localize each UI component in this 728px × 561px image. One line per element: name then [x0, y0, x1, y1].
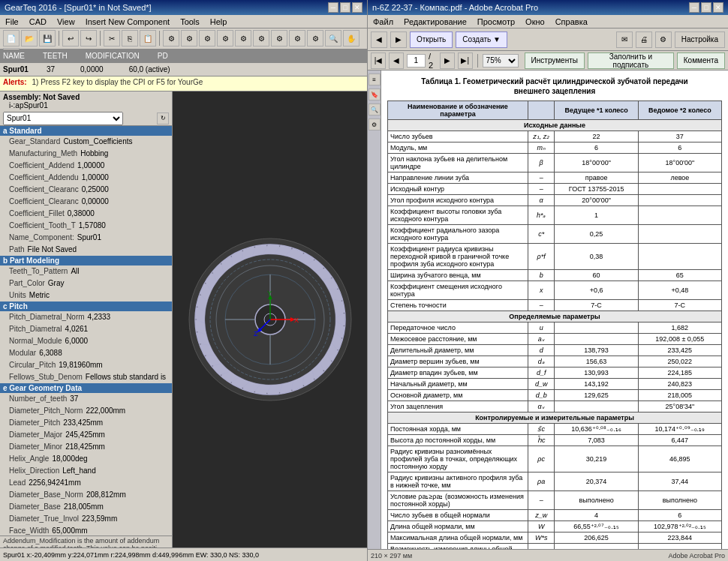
table-row: Модуль, мм mₙ 6 6: [388, 142, 722, 154]
acro-open-btn[interactable]: Открыть: [410, 32, 453, 48]
acro-mail-btn[interactable]: ✉: [616, 32, 633, 48]
tree-row[interactable]: Pitch_Diametral4,0261: [0, 323, 172, 335]
right-minimize-btn[interactable]: ─: [689, 2, 699, 13]
menu-view[interactable]: View: [55, 17, 77, 26]
menu-view-ru[interactable]: Просмотр: [475, 17, 517, 26]
tb-gear6[interactable]: ⚙: [253, 30, 269, 46]
component-dropdown[interactable]: Spur01: [3, 112, 123, 125]
tree-row[interactable]: Part_ColorGray: [0, 278, 172, 290]
right-close-btn[interactable]: ✕: [713, 2, 723, 13]
tree-row[interactable]: Pitch_Diametral_Norm4,2333: [0, 311, 172, 323]
tree-row[interactable]: Diameter_Major245,425mm: [0, 429, 172, 441]
pdf-content[interactable]: Таблица 1. Геометрический расчёт цилиндр…: [381, 70, 728, 549]
section-e-header[interactable]: e Gear Geometry Data: [0, 383, 172, 393]
tb-gear7[interactable]: ⚙: [271, 30, 287, 46]
tree-row[interactable]: Coefficient_Clearanc0,25000: [0, 184, 172, 196]
tb-redo[interactable]: ↪: [80, 30, 97, 46]
tools-btn[interactable]: Инструменты: [525, 52, 585, 69]
tree-row[interactable]: Fellows_Stub_DenomFellows stub standard …: [0, 371, 172, 383]
gear-viewport[interactable]: X Y Z: [173, 92, 367, 548]
acro-settings-btn[interactable]: ⚙: [655, 32, 672, 48]
comment-btn[interactable]: Коммента: [677, 52, 725, 69]
tb-gear4[interactable]: ⚙: [217, 30, 233, 46]
tree-row[interactable]: Diameter_Pitch_Norm222,000mm: [0, 405, 172, 417]
tree-row[interactable]: Circular_Pitch19,81960mm: [0, 359, 172, 371]
section-a-header[interactable]: a Standard: [0, 126, 172, 136]
tree-row[interactable]: Coefficient_Fillet0,38000: [0, 208, 172, 220]
section-e: Number_of_teeth37Diameter_Pitch_Norm222,…: [0, 393, 172, 536]
right-maximize-btn[interactable]: □: [701, 2, 711, 13]
table-row: Длина общей нормали, мм W 66,55⁺²·⁰⁷₋₀.₁…: [388, 521, 722, 532]
tree-row[interactable]: Manufacturing_MethHobbing: [0, 148, 172, 160]
menu-window-ru[interactable]: Окно: [523, 17, 547, 26]
tb-gear8[interactable]: ⚙: [289, 30, 305, 46]
menu-help-ru[interactable]: Справка: [553, 17, 590, 26]
menu-insert[interactable]: Insert New Component: [83, 17, 173, 26]
tree-row[interactable]: Coefficient_Tooth_T1,57080: [0, 220, 172, 232]
minimize-btn[interactable]: ─: [328, 2, 338, 13]
tree-row[interactable]: Number_of_teeth37: [0, 393, 172, 405]
next-page-btn[interactable]: ▶: [440, 52, 455, 69]
tree-refresh-btn[interactable]: ↻: [157, 112, 169, 124]
prev-page-btn[interactable]: ◀: [389, 52, 404, 69]
sign-btn[interactable]: Заполнить и подписать: [588, 52, 674, 69]
tree-row[interactable]: Name_Component:Spur01: [0, 232, 172, 244]
tb-undo[interactable]: ↩: [62, 30, 79, 46]
tb-gear3[interactable]: ⚙: [199, 30, 215, 46]
maximize-btn[interactable]: □: [340, 2, 350, 13]
acro-create-btn[interactable]: Создать ▼: [456, 32, 507, 48]
tb-new[interactable]: 📄: [3, 30, 20, 46]
tb-paste[interactable]: 📋: [140, 30, 156, 46]
acro-settings-text-btn[interactable]: Настройка: [675, 32, 725, 48]
tree-row[interactable]: Coefficient_Clearanc0,00000: [0, 196, 172, 208]
tree-row[interactable]: Diameter_Base_Norm208,812mm: [0, 489, 172, 501]
tree-row[interactable]: PathFile Not Saved: [0, 244, 172, 256]
section-b-header[interactable]: b Part Modeling: [0, 256, 172, 266]
acro-forward-btn[interactable]: ▶: [390, 32, 407, 48]
sidebar-tools-icon[interactable]: ⚙: [369, 118, 381, 130]
tree-row[interactable]: Gear_StandardCustom_Coefficients: [0, 136, 172, 148]
tree-row[interactable]: UnitsMetric: [0, 290, 172, 302]
tb-gear2[interactable]: ⚙: [181, 30, 197, 46]
sidebar-search-icon[interactable]: 🔍: [369, 104, 381, 116]
tree-row[interactable]: Helix_Angle18,000deg: [0, 453, 172, 465]
menu-file-ru[interactable]: Файл: [371, 17, 396, 26]
tb-gear9[interactable]: ⚙: [307, 30, 323, 46]
tree-row[interactable]: Coefficient_Addendu1,00000: [0, 172, 172, 184]
menu-tools[interactable]: Tools: [178, 17, 202, 26]
tree-row[interactable]: Coefficient_Addend1,00000: [0, 160, 172, 172]
tree-row[interactable]: Normal_Module6,0000: [0, 335, 172, 347]
close-btn[interactable]: ✕: [352, 2, 362, 13]
zoom-select[interactable]: 75%50%100%125%: [483, 54, 519, 68]
acro-print-btn[interactable]: 🖨: [636, 32, 652, 48]
page-input[interactable]: [407, 54, 426, 68]
last-page-btn[interactable]: ▶|: [458, 52, 473, 69]
menu-edit-ru[interactable]: Редактирование: [402, 17, 469, 26]
tb-copy[interactable]: ⎘: [122, 30, 138, 46]
menu-file[interactable]: File: [3, 17, 21, 26]
section-c-header[interactable]: c Pitch: [0, 302, 172, 311]
menu-help[interactable]: Help: [208, 17, 230, 26]
tb-gear1[interactable]: ⚙: [163, 30, 179, 46]
tree-row[interactable]: Diameter_True_Invol223,59mm: [0, 513, 172, 525]
tb-pan[interactable]: ✋: [343, 30, 359, 46]
tree-row[interactable]: Diameter_Base218,005mm: [0, 501, 172, 513]
assembly-item[interactable]: i-:apSpur01: [3, 101, 169, 110]
sidebar-bookmark-icon[interactable]: 🔖: [369, 88, 381, 100]
tb-zoom[interactable]: 🔍: [325, 30, 341, 46]
first-page-btn[interactable]: |◀: [371, 52, 386, 69]
menu-cad[interactable]: CAD: [27, 17, 49, 26]
sidebar-pages-icon[interactable]: ≡: [369, 74, 381, 86]
acro-back-btn[interactable]: ◀: [371, 32, 387, 48]
tree-row[interactable]: Diameter_Minor218,425mm: [0, 441, 172, 453]
tree-row[interactable]: Lead2256,94241mm: [0, 477, 172, 489]
tree-row[interactable]: Helix_DirectionLeft_hand: [0, 465, 172, 477]
tree-row[interactable]: Diameter_Pitch233,425mm: [0, 417, 172, 429]
tb-open[interactable]: 📂: [21, 30, 38, 46]
tree-row[interactable]: Teeth_To_PatternAll: [0, 266, 172, 278]
tb-gear5[interactable]: ⚙: [235, 30, 251, 46]
tb-save[interactable]: 💾: [39, 30, 56, 46]
tree-row[interactable]: Modular6,3088: [0, 347, 172, 359]
tree-row[interactable]: Face_Width65,000mm: [0, 525, 172, 536]
tb-cut[interactable]: ✂: [104, 30, 120, 46]
